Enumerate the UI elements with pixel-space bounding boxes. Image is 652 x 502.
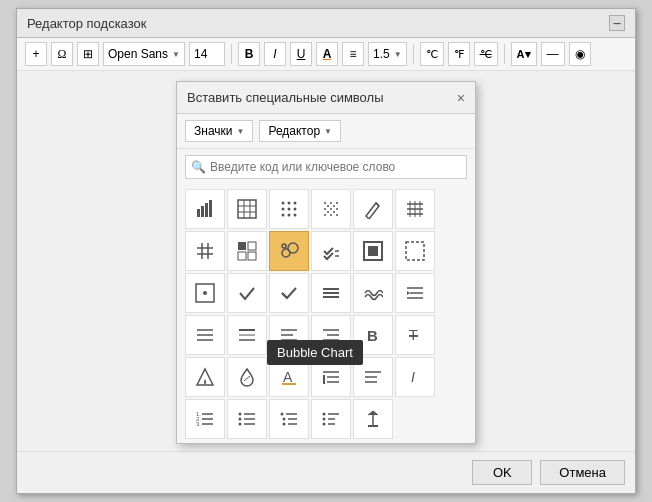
icon-dashgrid[interactable] xyxy=(395,231,435,271)
grid-button[interactable]: ⊞ xyxy=(77,42,99,66)
icon-dot-box[interactable] xyxy=(185,273,225,313)
icon-dotgrid1[interactable] xyxy=(269,189,309,229)
svg-point-25 xyxy=(330,214,332,216)
svg-point-17 xyxy=(294,214,297,217)
svg-rect-42 xyxy=(248,242,256,250)
svg-point-47 xyxy=(282,244,286,248)
icon-grid: B T̶ A xyxy=(185,189,467,439)
icon-lines4[interactable] xyxy=(311,315,351,355)
svg-point-100 xyxy=(281,413,284,416)
icon-hashgrid[interactable] xyxy=(185,231,225,271)
svg-point-24 xyxy=(324,214,326,216)
icon-filledgrid[interactable] xyxy=(227,231,267,271)
font-color-button[interactable]: A▾ xyxy=(511,42,537,66)
svg-point-12 xyxy=(282,208,285,211)
svg-point-18 xyxy=(324,202,326,204)
minimize-button[interactable]: ─ xyxy=(609,15,625,31)
line-height-dropdown[interactable]: 1.5 xyxy=(368,42,407,66)
icon-table[interactable] xyxy=(227,189,267,229)
icon-linegrid[interactable] xyxy=(395,189,435,229)
underline-button[interactable]: U xyxy=(290,42,312,66)
icon-para-right[interactable] xyxy=(395,273,435,313)
add-button[interactable]: + xyxy=(25,42,47,66)
icon-bubble-chart[interactable] xyxy=(269,231,309,271)
font-dropdown[interactable]: Open Sans xyxy=(103,42,185,66)
icon-check1[interactable] xyxy=(227,273,267,313)
svg-point-11 xyxy=(294,202,297,205)
color-a-button[interactable]: A xyxy=(316,42,338,66)
icon-para-indent[interactable] xyxy=(311,357,351,397)
window-footer: OK Отмена xyxy=(17,451,635,493)
icon-para-outdent[interactable] xyxy=(353,357,393,397)
svg-point-94 xyxy=(239,413,242,416)
icon-check2[interactable] xyxy=(269,273,309,313)
icon-indent-list[interactable] xyxy=(269,399,309,439)
svg-point-13 xyxy=(288,208,291,211)
icon-grid-container[interactable]: B T̶ A xyxy=(177,185,475,443)
svg-text:A: A xyxy=(283,369,293,385)
svg-point-46 xyxy=(288,243,298,253)
align-button[interactable]: ≡ xyxy=(342,42,364,66)
svg-rect-51 xyxy=(368,246,378,256)
icon-pencil[interactable] xyxy=(353,189,393,229)
special-btn3[interactable]: ℃ xyxy=(474,42,498,66)
icon-bold-b[interactable]: B xyxy=(353,315,393,355)
separator2 xyxy=(413,44,414,64)
omega-button[interactable]: Ω xyxy=(51,42,73,66)
icon-lines1[interactable] xyxy=(185,315,225,355)
svg-line-55 xyxy=(282,293,287,298)
icon-letter-a[interactable]: A xyxy=(269,357,309,397)
main-window: Редактор подсказок ─ + Ω ⊞ Open Sans 14 … xyxy=(16,8,636,494)
svg-point-110 xyxy=(323,423,326,426)
font-size-input[interactable]: 14 xyxy=(189,42,225,66)
icon-italic-i[interactable]: I xyxy=(395,357,435,397)
icon-drop[interactable] xyxy=(227,357,267,397)
bold-button[interactable]: B xyxy=(238,42,260,66)
svg-point-22 xyxy=(330,208,332,210)
svg-rect-2 xyxy=(205,203,208,217)
svg-rect-41 xyxy=(238,242,246,250)
icon-check-list1[interactable] xyxy=(311,231,351,271)
svg-point-108 xyxy=(323,418,326,421)
svg-point-29 xyxy=(327,211,329,213)
modal-close-button[interactable]: × xyxy=(457,91,465,105)
icon-triangle-drop[interactable] xyxy=(185,357,225,397)
svg-point-21 xyxy=(324,208,326,210)
title-bar: Редактор подсказок ─ xyxy=(17,9,635,38)
italic-button[interactable]: I xyxy=(264,42,286,66)
svg-rect-1 xyxy=(201,206,204,217)
modal-overlay: Вставить специальные символы × Значки Ре… xyxy=(17,71,635,451)
special-btn2[interactable]: ℉ xyxy=(448,42,470,66)
icon-lines2[interactable] xyxy=(227,315,267,355)
icon-framebox[interactable] xyxy=(353,231,393,271)
dash-button[interactable]: — xyxy=(541,42,565,66)
svg-point-102 xyxy=(283,418,286,421)
svg-rect-83 xyxy=(323,375,325,384)
editor-dropdown[interactable]: Редактор xyxy=(259,120,341,142)
icon-ordered-list[interactable]: 1.2.3. xyxy=(185,399,225,439)
icon-lines3[interactable] xyxy=(269,315,309,355)
svg-rect-4 xyxy=(238,200,256,218)
search-input[interactable] xyxy=(185,155,467,179)
svg-point-96 xyxy=(239,418,242,421)
svg-rect-0 xyxy=(197,209,200,217)
svg-point-23 xyxy=(336,208,338,210)
icon-outdent-list[interactable] xyxy=(311,399,351,439)
svg-rect-44 xyxy=(248,252,256,260)
modal-title: Вставить специальные символы xyxy=(187,90,383,105)
svg-point-104 xyxy=(283,423,286,426)
icon-wave[interactable] xyxy=(353,273,393,313)
special-chars-modal: Вставить специальные символы × Значки Ре… xyxy=(176,81,476,444)
special-btn1[interactable]: ℃ xyxy=(420,42,444,66)
icons-dropdown[interactable]: Значки xyxy=(185,120,253,142)
icon-strikethrough-t[interactable]: T̶ xyxy=(395,315,435,355)
icon-bar-chart[interactable] xyxy=(185,189,225,229)
icon-hlines[interactable] xyxy=(311,273,351,313)
icon-dotgrid2[interactable] xyxy=(311,189,351,229)
icon-bullet-list[interactable] xyxy=(227,399,267,439)
svg-point-16 xyxy=(288,214,291,217)
bg-color-button[interactable]: ◉ xyxy=(569,42,591,66)
cancel-button[interactable]: Отмена xyxy=(540,460,625,485)
ok-button[interactable]: OK xyxy=(472,460,532,485)
icon-top-mark[interactable] xyxy=(353,399,393,439)
